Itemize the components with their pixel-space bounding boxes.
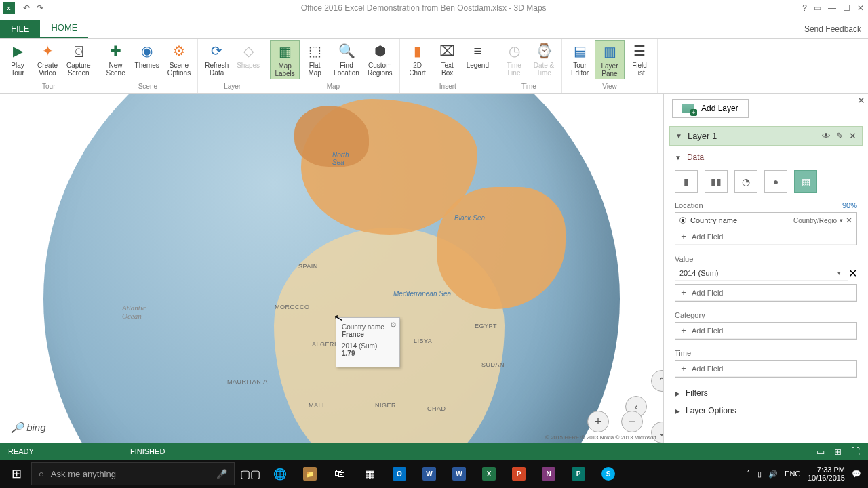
start-button[interactable]: ⊞: [3, 460, 30, 487]
custom-regions-button[interactable]: ⬢Custom Regions: [363, 40, 397, 78]
tooltip-field2-value: 1.79: [342, 350, 394, 357]
location-add-field[interactable]: +Add Field: [675, 228, 856, 245]
publisher-icon[interactable]: P: [564, 460, 593, 487]
scene-options-button[interactable]: ⚙Scene Options: [163, 40, 195, 78]
excel-icon[interactable]: X: [475, 460, 503, 487]
edge-icon[interactable]: 🌐: [266, 460, 294, 487]
tray-volume-icon[interactable]: 🔊: [768, 470, 778, 479]
status-icon-1[interactable]: ▭: [816, 447, 825, 457]
value-label: Value: [675, 255, 693, 263]
add-layer-button[interactable]: Add Layer: [672, 99, 749, 118]
action-center-icon[interactable]: 💬: [852, 470, 861, 479]
value-remove-icon[interactable]: ✕: [848, 267, 857, 280]
category-add-field[interactable]: +Add Field: [675, 323, 856, 339]
app1-icon[interactable]: ▦: [355, 460, 384, 487]
viz-region-button[interactable]: ▧: [794, 170, 817, 193]
tour-group-label: Tour: [0, 81, 98, 93]
location-remove-icon[interactable]: ✕: [846, 216, 852, 225]
layer-rename-icon[interactable]: ✎: [836, 131, 844, 141]
layer-header[interactable]: ▼ Layer 1 👁 ✎ ✕: [669, 126, 863, 146]
file-tab[interactable]: FILE: [0, 20, 40, 38]
help-icon[interactable]: ?: [802, 3, 807, 13]
tray-clock[interactable]: 7:33 PM 10/16/2015: [808, 466, 845, 482]
store-icon[interactable]: 🛍: [326, 460, 354, 487]
onenote-icon[interactable]: N: [534, 460, 563, 487]
viz-heatmap-button[interactable]: ●: [764, 170, 787, 193]
zoom-in-button[interactable]: +: [587, 411, 609, 432]
refresh-data-button[interactable]: ⟳Refresh Data: [201, 40, 233, 78]
mauritania-label: MAURITANIA: [227, 378, 268, 385]
tooltip-field1-value: France: [342, 331, 394, 338]
map-labels-button[interactable]: ▦Map Labels: [270, 40, 300, 79]
ribbon: ▶Play Tour ✦Create Video ⌼Capture Screen…: [0, 38, 868, 94]
undo-icon[interactable]: ↶: [23, 3, 30, 13]
minimize-icon[interactable]: —: [828, 3, 836, 13]
create-video-button[interactable]: ✦Create Video: [33, 40, 62, 78]
text-box-button[interactable]: ⌧Text Box: [433, 40, 462, 78]
task-view-icon[interactable]: ▢▢: [236, 460, 264, 487]
location-type-dropdown[interactable]: ▾: [840, 217, 843, 224]
powerpoint-icon[interactable]: P: [505, 460, 533, 487]
find-location-button[interactable]: 🔍Find Location: [330, 40, 363, 78]
layer-pane-button[interactable]: ▥Layer Pane: [595, 40, 625, 79]
maximize-icon[interactable]: ☐: [843, 3, 850, 13]
capture-screen-button[interactable]: ⌼Capture Screen: [62, 40, 95, 78]
value-field-row[interactable]: 2014 (Sum) ▾: [675, 266, 848, 281]
tooltip-settings-icon[interactable]: ⚙: [390, 321, 397, 329]
zoom-out-button[interactable]: −: [621, 411, 643, 432]
skype-icon[interactable]: S: [594, 460, 623, 487]
cortana-search[interactable]: ○ Ask me anything 🎤: [31, 462, 235, 485]
flat-map-button[interactable]: ⬚Flat Map: [300, 40, 330, 78]
viz-bubble-button[interactable]: ◔: [734, 170, 757, 193]
filters-section[interactable]: ▶Filters: [669, 384, 863, 402]
map-canvas[interactable]: Atlantic Ocean North Sea Mediterranean S…: [0, 94, 663, 443]
close-icon[interactable]: ✕: [857, 3, 864, 13]
location-confidence[interactable]: 90%: [842, 201, 857, 209]
window-title: Office 2016 Excel Demonstration from Ben…: [49, 3, 798, 13]
file-explorer-icon[interactable]: 📁: [296, 460, 324, 487]
tray-up-icon[interactable]: ˄: [747, 470, 751, 479]
tray-lang[interactable]: ENG: [785, 470, 801, 478]
data-section-label: Data: [687, 152, 704, 162]
viz-stacked-column-button[interactable]: ▮: [675, 170, 698, 193]
restore-icon[interactable]: ▭: [814, 3, 821, 13]
shapes-button: ◇Shapes: [233, 40, 264, 70]
play-tour-button[interactable]: ▶Play Tour: [3, 40, 33, 78]
new-scene-button[interactable]: ✚New Scene: [101, 40, 131, 78]
send-feedback-link[interactable]: Send Feedback: [797, 20, 868, 38]
tilt-up-button[interactable]: ⌃: [651, 370, 663, 392]
data-section-header[interactable]: ▼ Data: [669, 150, 863, 165]
niger-label: NIGER: [375, 402, 396, 409]
field-list-button[interactable]: ☰Field List: [625, 40, 654, 78]
value-add-field[interactable]: +Add Field: [675, 285, 856, 301]
word-icon[interactable]: W: [415, 460, 443, 487]
value-field-name: 2014 (Sum): [679, 269, 837, 277]
add-layer-icon: [682, 104, 694, 113]
viz-clustered-column-button[interactable]: ▮▮: [705, 170, 728, 193]
layer-delete-icon[interactable]: ✕: [849, 131, 856, 141]
location-label: Location: [675, 201, 703, 209]
location-radio[interactable]: [679, 217, 686, 224]
themes-button[interactable]: ◉Themes: [131, 40, 163, 70]
2d-chart-button[interactable]: ▮2D Chart: [403, 40, 433, 78]
layer-pane: ✕ Add Layer ▼ Layer 1 👁 ✎ ✕ ▼ Data ▮ ▮▮ …: [663, 94, 868, 443]
value-agg-dropdown[interactable]: ▾: [837, 270, 841, 277]
morocco-label: MOROCCO: [275, 304, 310, 310]
layer-collapse-icon[interactable]: ▼: [675, 132, 682, 140]
legend-button[interactable]: ≡Legend: [462, 40, 493, 70]
close-pane-icon[interactable]: ✕: [857, 95, 865, 106]
tray-network-icon[interactable]: ▯: [757, 470, 762, 479]
wordpad-icon[interactable]: W: [445, 460, 473, 487]
layer-visibility-icon[interactable]: 👁: [822, 131, 831, 141]
outlook-icon[interactable]: O: [385, 460, 414, 487]
tour-editor-button[interactable]: ▤Tour Editor: [565, 40, 595, 78]
location-field-row[interactable]: Country name Country/Regio ▾ ✕: [675, 213, 856, 228]
home-tab[interactable]: HOME: [40, 18, 88, 38]
time-add-field[interactable]: +Add Field: [675, 361, 856, 377]
redo-icon[interactable]: ↷: [37, 3, 43, 13]
status-icon-3[interactable]: ⛶: [851, 447, 860, 457]
location-field-name: Country name: [690, 216, 793, 224]
status-icon-2[interactable]: ⊞: [834, 447, 842, 457]
layer-options-section[interactable]: ▶Layer Options: [669, 402, 863, 420]
mic-icon[interactable]: 🎤: [216, 469, 227, 479]
